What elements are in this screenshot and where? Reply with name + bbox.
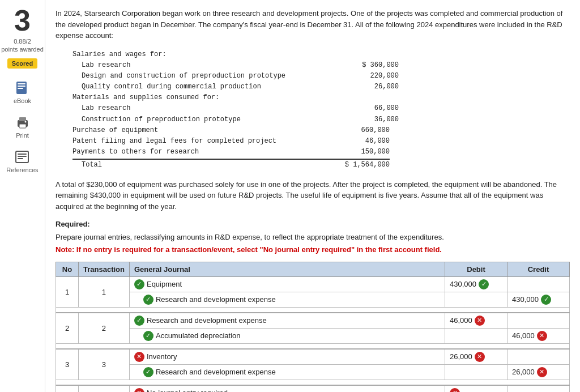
ebook-label: eBook: [14, 97, 31, 104]
svg-rect-11: [18, 158, 23, 159]
journal-account: ✓ Equipment: [129, 276, 445, 292]
credit-cell: 26,000 ✕: [508, 364, 570, 380]
x-icon: ✕: [134, 388, 144, 392]
credit-cell: 46,000 ✕: [508, 328, 570, 343]
row-trans-1: 1: [79, 276, 130, 307]
table-row: ✓ Research and development expense 430,0…: [56, 292, 570, 307]
col-debit: Debit: [445, 262, 508, 276]
design-construction-amount: 220,000: [342, 71, 399, 82]
main-content: In 2024, Starsearch Corporation began wo…: [45, 0, 580, 392]
total-label: Total: [82, 160, 102, 171]
debit-cell: [445, 328, 508, 343]
spacer-row: [56, 343, 570, 349]
table-row: 1 1 ✓ Equipment 430,000 ✓: [56, 276, 570, 292]
journal-account: ✕ No journal entry required: [129, 385, 445, 392]
x-icon: ✕: [450, 388, 460, 392]
col-transaction: Transaction: [79, 262, 130, 276]
svg-rect-6: [19, 124, 26, 128]
spacer-row: [56, 380, 570, 385]
svg-point-7: [24, 121, 26, 122]
patent-filing-label: Patent filing and legal fees for complet…: [72, 136, 276, 147]
journal-account: ✓ Accumulated depreciation: [129, 328, 445, 343]
ebook-icon: [14, 80, 30, 96]
row-trans-4: 4: [79, 385, 130, 392]
journal-account: ✓ Research and development expense: [129, 313, 445, 329]
expense-header2: Materials and supplies consumed for:: [72, 92, 570, 103]
debit-cell: 430,000 ✓: [445, 276, 508, 292]
table-row: 2 2 ✓ Research and development expense 4…: [56, 313, 570, 329]
construction-proto-amount: 36,000: [342, 114, 399, 125]
references-icon: [14, 149, 30, 165]
ebook-button[interactable]: eBook: [14, 80, 31, 104]
total-amount: $ 1,564,000: [333, 160, 390, 171]
purchase-equipment-amount: 660,000: [333, 125, 390, 136]
svg-rect-9: [18, 154, 27, 155]
check-icon: ✓: [143, 331, 153, 341]
row-no-4: 4: [56, 385, 79, 392]
construction-proto-label: Construction of preproduction prototype: [82, 114, 241, 125]
table-row: ✓ Accumulated depreciation 46,000 ✕: [56, 328, 570, 343]
col-no: No: [56, 262, 79, 276]
row-no-2: 2: [56, 313, 79, 344]
required-desc: Prepare journal entries, reclassifying a…: [56, 232, 570, 243]
note-text: Note: If no entry is required for a tran…: [56, 245, 570, 254]
svg-rect-1: [18, 83, 25, 84]
journal-table: No Transaction General Journal Debit Cre…: [56, 262, 570, 392]
patent-filing-amount: 46,000: [333, 136, 390, 147]
credit-cell: 430,000 ✓: [508, 292, 570, 307]
scored-badge[interactable]: Scored: [7, 58, 37, 69]
svg-rect-5: [19, 117, 26, 121]
x-icon: ✕: [475, 316, 485, 326]
check-icon: ✓: [541, 295, 551, 305]
design-construction-label: Design and construction of preproduction…: [82, 71, 285, 82]
mat-lab-research-label: Lab research: [82, 103, 130, 114]
row-no-3: 3: [56, 349, 79, 380]
mat-lab-research-amount: 66,000: [342, 103, 399, 114]
print-button[interactable]: Print: [15, 114, 31, 139]
debit-cell: [445, 364, 508, 380]
print-label: Print: [16, 132, 29, 139]
svg-rect-10: [18, 156, 27, 157]
journal-account: ✓ Research and development expense: [129, 364, 445, 380]
debit-cell: ✕: [445, 385, 508, 392]
check-icon: ✓: [134, 316, 144, 326]
references-label: References: [6, 167, 38, 173]
required-label: Required:: [56, 220, 570, 228]
row-trans-3: 3: [79, 349, 130, 380]
check-icon: ✓: [134, 279, 144, 289]
references-button[interactable]: References: [6, 149, 38, 173]
purchase-equipment-label: Purchase of equipment: [72, 125, 158, 136]
debit-cell: 46,000 ✕: [445, 313, 508, 329]
x-icon: ✕: [134, 352, 144, 362]
payments-others-amount: 150,000: [333, 147, 390, 157]
credit-cell: [508, 349, 570, 365]
col-journal: General Journal: [129, 262, 445, 276]
table-row: 4 4 ✕ No journal entry required ✕: [56, 385, 570, 392]
debit-cell: [445, 292, 508, 307]
row-no-1: 1: [56, 276, 79, 307]
question-number: 3: [14, 6, 31, 35]
check-icon: ✓: [479, 279, 489, 289]
points-awarded: 0.88/2 points awarded: [1, 37, 44, 54]
journal-account: ✕ Inventory: [129, 349, 445, 365]
sidebar: 3 0.88/2 points awarded Scored eBook Pri…: [0, 0, 45, 392]
svg-rect-2: [18, 86, 25, 87]
credit-cell: [508, 385, 570, 392]
check-icon: ✓: [143, 295, 153, 305]
problem-intro: In 2024, Starsearch Corporation began wo…: [56, 8, 570, 41]
debit-cell: 26,000 ✕: [445, 349, 508, 365]
expense-table: Salaries and wages for: Lab research $ 3…: [72, 49, 570, 171]
credit-cell: [508, 313, 570, 329]
row-trans-2: 2: [79, 313, 130, 344]
expense-header1: Salaries and wages for:: [72, 49, 570, 60]
quality-control-amount: 26,000: [342, 82, 399, 92]
check-icon: ✓: [143, 367, 153, 377]
credit-cell: [508, 276, 570, 292]
lab-research-amount: $ 360,000: [342, 60, 399, 71]
print-icon: [15, 114, 31, 130]
x-icon: ✕: [537, 331, 547, 341]
quality-control-label: Quality control during commercial produc…: [82, 82, 261, 92]
spacer-row: [56, 307, 570, 313]
x-icon: ✕: [537, 367, 547, 377]
x-icon: ✕: [475, 352, 485, 362]
